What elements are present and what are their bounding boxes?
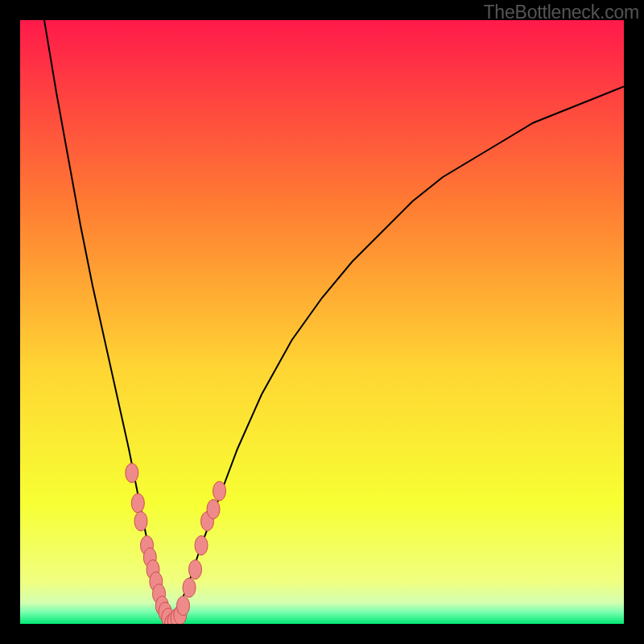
- data-dot: [177, 597, 190, 616]
- data-dot: [183, 578, 196, 597]
- data-dot: [207, 500, 220, 519]
- bottleneck-chart: [20, 20, 624, 624]
- data-dot: [213, 481, 226, 501]
- data-dot: [189, 560, 202, 580]
- data-dot: [126, 464, 138, 483]
- data-dot: [134, 512, 147, 531]
- gradient-background: [20, 20, 624, 624]
- chart-frame: [20, 20, 624, 624]
- data-dot: [131, 493, 144, 513]
- plot-area: [20, 20, 624, 624]
- data-dot: [195, 536, 208, 555]
